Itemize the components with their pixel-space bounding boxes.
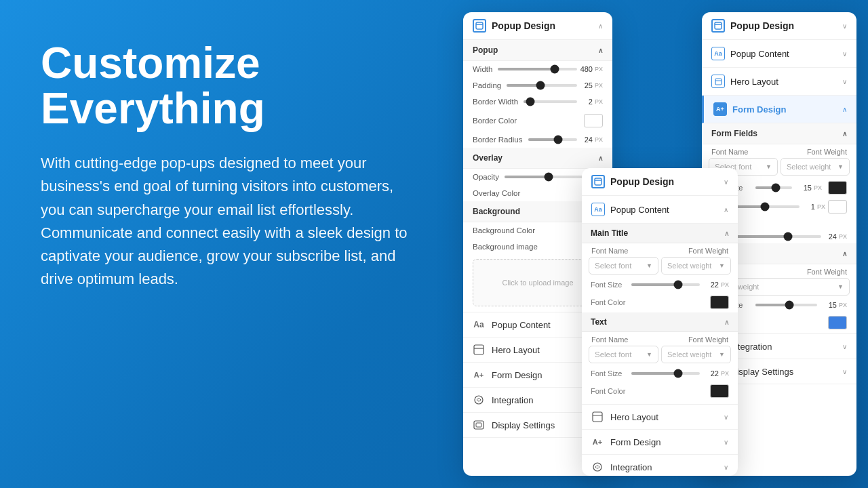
border-color-swatch[interactable]	[584, 114, 603, 127]
panel3-header: Popup Design ∨	[702, 12, 856, 40]
p3-popup-content[interactable]: Aa Popup Content ∨	[702, 40, 856, 68]
border-radius-field: Border Radius 24PX	[463, 131, 612, 148]
p2-text-select-weight[interactable]: Select weight ▼	[661, 346, 731, 363]
p2-bottom-nav: Hero Layout ∨ A+ Form Design ∨ Integrati…	[582, 404, 738, 476]
svg-rect-7	[715, 22, 722, 29]
popup-content-icon: Aa	[473, 319, 485, 331]
p2-font-color-swatch[interactable]	[710, 296, 729, 309]
hero-body: With cutting-edge pop-ups designed to me…	[41, 152, 420, 291]
panel3-chevron[interactable]: ∨	[842, 22, 847, 30]
p3-form-design-icon: A+	[713, 102, 727, 116]
popup-section-header[interactable]: Popup ∧	[463, 40, 612, 61]
p2-font-color-row: Font Color	[582, 292, 738, 312]
p2-select-weight[interactable]: Select weight ▼	[661, 257, 731, 274]
display-settings-icon	[473, 419, 485, 431]
panel-popup-design-2: Popup Design ∨ Aa Popup Content ∧ Main T…	[582, 168, 738, 476]
panel1-header-left: Popup Design	[473, 19, 555, 33]
p3-hero-layout-icon	[711, 75, 725, 88]
p2-nav-form-design[interactable]: A+ Form Design ∨	[582, 430, 738, 455]
svg-rect-6	[476, 423, 481, 427]
overlay-section-header[interactable]: Overlay ∧	[463, 148, 612, 169]
svg-rect-2	[474, 345, 484, 354]
p3-th-swatch[interactable]	[828, 200, 847, 214]
svg-point-4	[475, 396, 483, 404]
upload-label: Click to upload image	[502, 279, 573, 287]
svg-rect-5	[474, 421, 484, 429]
p3-hero-layout[interactable]: Hero Layout ∨	[702, 68, 856, 96]
p2-hero-layout-icon	[591, 411, 604, 423]
border-width-field: Border Width 2PX	[463, 94, 612, 110]
p3-popup-content-icon: Aa	[711, 47, 725, 60]
svg-rect-0	[476, 22, 483, 29]
panel1-chevron[interactable]: ∧	[598, 22, 603, 30]
p2-main-title-header[interactable]: Main Title ∧	[582, 224, 738, 243]
p2-integration-icon	[591, 461, 604, 473]
padding-field: Padding 25PX	[463, 77, 612, 94]
p3-select-weight[interactable]: Select weight ▼	[781, 158, 850, 176]
panel3-icon	[711, 19, 725, 33]
panel2-icon	[591, 175, 605, 188]
p2-font-selects: Select font ▼ Select weight ▼	[589, 257, 731, 274]
panel1-header: Popup Design ∧	[463, 12, 612, 40]
p2-text-select-font[interactable]: Select font ▼	[589, 346, 658, 363]
svg-point-18	[593, 463, 601, 471]
p2-nav-hero-layout[interactable]: Hero Layout ∨	[582, 405, 738, 430]
p2-font-size-row: Font Size 22 PX	[582, 277, 738, 292]
p3-font-color-swatch[interactable]	[828, 181, 847, 195]
p3-form-fields-header[interactable]: Form Fields ∧	[702, 123, 856, 144]
integration-icon	[473, 394, 485, 406]
p2-text-color-swatch[interactable]	[710, 384, 729, 398]
hero-layout-icon	[473, 344, 485, 356]
width-field: Width 480PX	[463, 61, 612, 77]
border-color-field: Border Color	[463, 110, 612, 131]
p3-form-design[interactable]: A+ Form Design ∧	[702, 96, 856, 123]
hero-title: Customize Everything	[41, 41, 420, 131]
p2-text-font-color-row: Font Color	[582, 381, 738, 401]
p3-color2-swatch[interactable]	[828, 316, 847, 329]
svg-rect-9	[715, 79, 722, 85]
p2-select-font[interactable]: Select font ▼	[589, 257, 658, 274]
p2-form-design-icon: A+	[591, 436, 604, 448]
p2-text-font-selects: Select font ▼ Select weight ▼	[589, 346, 731, 363]
svg-rect-14	[595, 178, 601, 185]
p2-popup-content-icon: Aa	[591, 203, 605, 216]
p3-ff-label-row: Font Name Font Weight	[702, 144, 856, 158]
svg-rect-16	[593, 412, 602, 422]
panel2-header: Popup Design ∨	[582, 168, 738, 196]
hero-section: Customize Everything With cutting-edge p…	[41, 41, 420, 291]
p2-popup-content-item[interactable]: Aa Popup Content ∧	[582, 196, 738, 224]
popup-design-icon	[473, 19, 486, 33]
form-design-icon: A+	[473, 369, 485, 381]
p2-text-header[interactable]: Text ∧	[582, 312, 738, 332]
p2-nav-integration[interactable]: Integration ∨	[582, 455, 738, 476]
panel2-chevron[interactable]: ∨	[724, 178, 728, 186]
p2-text-font-size-row: Font Size 22 PX	[582, 366, 738, 381]
